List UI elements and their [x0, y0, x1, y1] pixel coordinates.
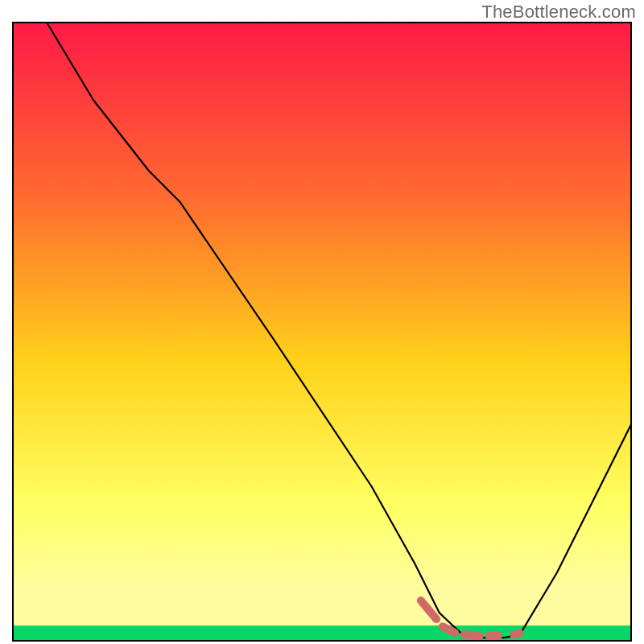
- dash-segment: [514, 634, 520, 635]
- chart-container: TheBottleneck.com: [0, 0, 644, 644]
- chart-svg: [12, 22, 632, 642]
- attribution-text: TheBottleneck.com: [481, 2, 636, 23]
- dash-segment: [464, 634, 480, 636]
- dash-segment: [443, 626, 455, 633]
